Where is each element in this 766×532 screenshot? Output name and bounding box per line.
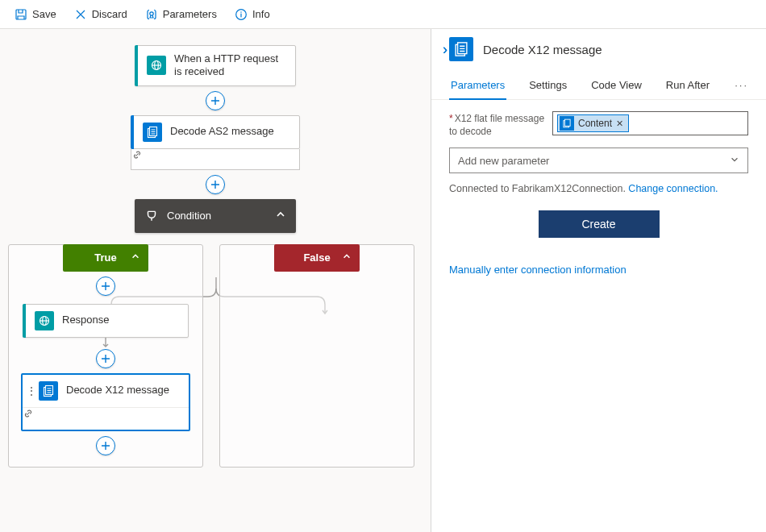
save-icon xyxy=(15,8,27,21)
decode-x12-icon xyxy=(39,381,58,401)
toolbar: Save Discard Parameters Info xyxy=(0,0,766,29)
decode-as2-card[interactable]: Decode AS2 message xyxy=(131,115,300,170)
trigger-title: When a HTTP request is received xyxy=(174,52,287,79)
tab-settings[interactable]: Settings xyxy=(527,73,568,99)
chevron-up-icon xyxy=(275,209,286,222)
token-icon xyxy=(560,116,574,131)
change-connection-link[interactable]: Change connection. xyxy=(628,183,718,194)
connection-status: Connected to FabrikamX12Connection. Chan… xyxy=(449,183,748,194)
link-icon xyxy=(131,151,143,163)
field-label-x12: *X12 flat file message to decode xyxy=(449,111,546,138)
add-step-button[interactable] xyxy=(206,175,225,194)
create-button[interactable]: Create xyxy=(539,210,660,238)
add-step-button[interactable] xyxy=(96,349,115,368)
token-label: Content xyxy=(578,118,612,129)
connector-line xyxy=(102,338,109,349)
false-header[interactable]: False xyxy=(274,244,360,272)
trigger-card[interactable]: When a HTTP request is received xyxy=(135,45,296,86)
add-step-button[interactable] xyxy=(96,276,115,296)
condition-title: Condition xyxy=(167,210,211,222)
response-card[interactable]: Response xyxy=(23,304,189,338)
panel-tabs: Parameters Settings Code View Run After … xyxy=(431,73,766,100)
add-new-parameter-label: Add new parameter xyxy=(458,155,549,167)
token-remove-icon[interactable]: ✕ xyxy=(616,118,623,129)
manual-connection-link[interactable]: Manually enter connection information xyxy=(449,264,748,276)
http-request-icon xyxy=(147,56,166,75)
tab-code-view[interactable]: Code View xyxy=(589,73,643,99)
discard-label: Discard xyxy=(92,8,127,20)
info-icon xyxy=(235,8,248,21)
false-branch: False xyxy=(219,244,414,468)
decode-x12-title: Decode X12 message xyxy=(66,384,169,397)
x12-content-input[interactable]: Content ✕ xyxy=(552,111,748,135)
card-accent xyxy=(135,45,138,86)
chevron-up-icon xyxy=(131,251,140,264)
add-new-parameter-dropdown[interactable]: Add new parameter xyxy=(449,148,748,173)
condition-card[interactable]: Condition xyxy=(135,199,296,233)
panel-title: Decode X12 message xyxy=(483,43,602,56)
tabs-overflow-button[interactable]: ··· xyxy=(735,73,748,99)
parameters-icon xyxy=(145,8,158,21)
card-accent xyxy=(23,304,26,338)
info-label: Info xyxy=(252,8,270,20)
designer-canvas[interactable]: When a HTTP request is received Decode A… xyxy=(0,29,431,532)
tab-run-after[interactable]: Run After xyxy=(664,73,711,99)
save-button[interactable]: Save xyxy=(6,5,65,24)
discard-button[interactable]: Discard xyxy=(66,5,135,24)
card-accent xyxy=(131,115,134,149)
response-title: Response xyxy=(62,314,110,326)
parameters-label: Parameters xyxy=(163,8,217,20)
parameters-button[interactable]: Parameters xyxy=(137,5,225,24)
content-token[interactable]: Content ✕ xyxy=(557,114,629,132)
decode-as2-icon xyxy=(143,123,162,142)
panel-action-icon xyxy=(449,37,473,61)
details-panel: ›› Decode X12 message Parameters Setting… xyxy=(431,29,766,532)
condition-icon xyxy=(144,209,159,223)
add-step-button[interactable] xyxy=(96,436,115,455)
info-button[interactable]: Info xyxy=(227,5,278,24)
true-branch: True Response xyxy=(8,244,203,468)
decode-as2-title: Decode AS2 message xyxy=(170,125,274,138)
decode-x12-card-selected[interactable]: ⋮ Decode X12 message xyxy=(21,373,190,431)
add-step-button[interactable] xyxy=(206,91,225,110)
true-header[interactable]: True xyxy=(63,244,148,272)
save-label: Save xyxy=(32,8,56,20)
response-icon xyxy=(35,311,54,330)
discard-icon xyxy=(74,8,87,21)
svg-rect-14 xyxy=(564,119,570,126)
svg-point-1 xyxy=(150,11,153,15)
tab-parameters[interactable]: Parameters xyxy=(449,73,506,99)
chevron-down-icon xyxy=(730,155,739,167)
chevron-up-icon xyxy=(342,251,352,264)
true-label: True xyxy=(94,251,116,264)
drag-handle-icon[interactable]: ⋮ xyxy=(26,384,35,397)
false-label: False xyxy=(303,251,330,264)
link-icon xyxy=(23,409,34,422)
